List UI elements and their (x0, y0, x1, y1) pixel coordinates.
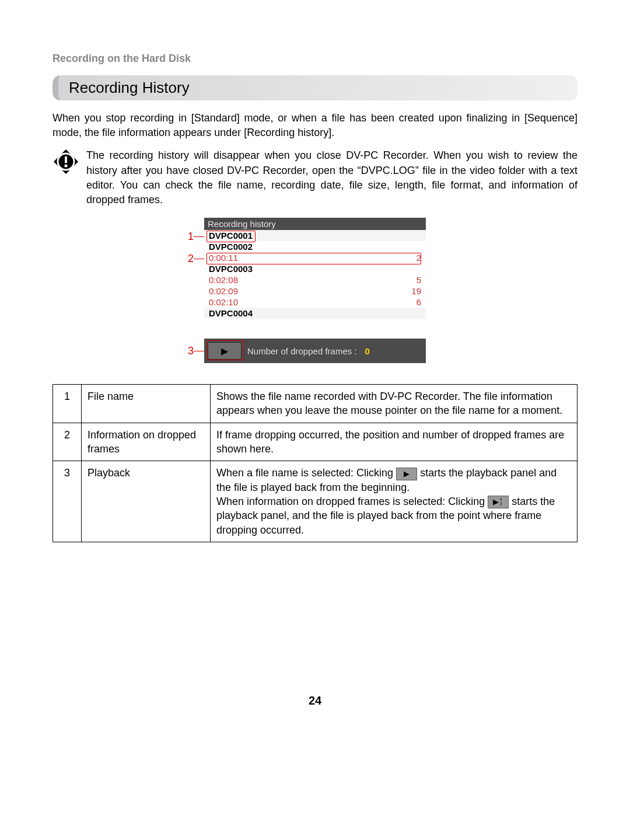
ref-label: Playback (82, 461, 211, 542)
ref-number: 2 (53, 423, 82, 461)
list-item[interactable]: DVPC0001 (209, 231, 253, 241)
play-button-inline[interactable]: ▶ (396, 468, 417, 480)
play-icon: ▶ (221, 346, 228, 357)
callout-3: 3 (182, 345, 194, 357)
dropped-time[interactable]: 0:02:08 (209, 275, 238, 285)
callout-line (194, 236, 204, 237)
dropped-frames-count: 0 (365, 346, 370, 356)
warning-icon (52, 148, 79, 207)
reference-table: 1 File name Shows the file name recorded… (52, 384, 578, 542)
panel-title: Recording history (204, 218, 426, 230)
callout-1: 1 (182, 231, 194, 243)
ref-desc: Shows the file name recorded with DV-PC … (211, 385, 578, 423)
play-icon: ▶ (404, 469, 410, 479)
table-row: 1 File name Shows the file name recorded… (53, 385, 578, 423)
dropped-count: 6 (416, 297, 421, 307)
svg-rect-2 (65, 156, 67, 163)
play-seek-button-inline[interactable]: ▶╎ (488, 496, 509, 508)
breadcrumb-heading: Recording on the Hard Disk (52, 53, 578, 65)
ref-label: Information on dropped frames (82, 423, 211, 461)
ref-number: 1 (53, 385, 82, 423)
dropped-time[interactable]: 0:00:11 (209, 253, 238, 263)
callout-line (194, 259, 204, 259)
play-button[interactable]: ▶ (208, 342, 242, 360)
dropped-time[interactable]: 0:02:10 (209, 297, 238, 307)
ref-desc: When a file name is selected: Clicking ▶… (211, 461, 578, 542)
ref-label: File name (82, 385, 211, 423)
table-row: 3 Playback When a file name is selected:… (53, 461, 578, 542)
dropped-frames-label: Number of dropped frames : (247, 346, 357, 356)
ref-desc: If frame dropping occurred, the position… (211, 423, 578, 461)
section-title: Recording History (52, 75, 578, 100)
callout-line (194, 351, 204, 351)
recording-history-screenshot: 1 2 3 Recording history DVPC0001 DVPC000… (204, 218, 426, 363)
ref-number: 3 (53, 461, 82, 542)
play-seek-icon: ▶╎ (493, 497, 503, 507)
svg-point-3 (64, 165, 67, 168)
callout-2: 2 (182, 253, 194, 265)
table-row: 2 Information on dropped frames If frame… (53, 423, 578, 461)
list-item[interactable]: DVPC0003 (209, 264, 253, 274)
list-item[interactable]: DVPC0002 (209, 242, 253, 252)
intro-paragraph: When you stop recording in [Standard] mo… (52, 111, 578, 140)
desc-text: When information on dropped frames is se… (216, 496, 488, 507)
desc-text: When a file name is selected: Clicking (216, 467, 396, 479)
list-item[interactable]: DVPC0004 (209, 308, 253, 318)
dropped-count: 5 (416, 275, 421, 285)
page-number: 24 (52, 694, 578, 707)
dropped-count: 2 (416, 253, 421, 263)
dropped-count: 19 (411, 286, 421, 296)
dropped-time[interactable]: 0:02:09 (209, 286, 238, 296)
note-text: The recording history will disappear whe… (86, 148, 578, 207)
